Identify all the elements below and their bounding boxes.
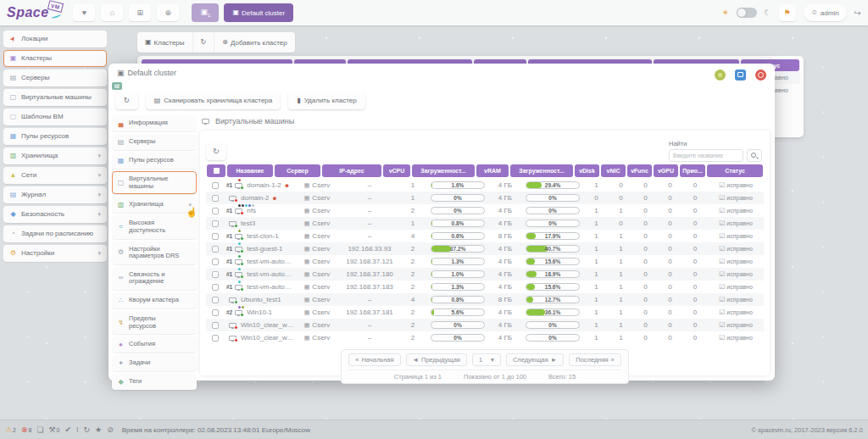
- vm-table-row[interactable]: #1 test-vm-autom... ● ▦Cserv 192.168.37.…: [206, 281, 764, 293]
- sitemap-icon[interactable]: ⊞: [129, 4, 151, 21]
- vm-column-header[interactable]: Загруженност...: [412, 164, 475, 177]
- search-button[interactable]: [747, 149, 762, 162]
- row-checkbox[interactable]: [212, 297, 219, 303]
- vm-table-row[interactable]: Win10_clear_win_w... ● ▦Cserv – 2 0% 4 Г…: [206, 331, 764, 344]
- globe-icon[interactable]: ⊕: [157, 4, 179, 21]
- vm-table-row[interactable]: #1 test-vm-autom... ● ▦Cserv 192.168.37.…: [206, 268, 764, 281]
- modal-nav-задачи[interactable]: ✦ Задачи ▾: [112, 355, 197, 371]
- page-next-button[interactable]: Следующая►: [506, 353, 564, 366]
- modal-nav-пулы-ресурсов[interactable]: ▦ Пулы ресурсов ▾: [112, 153, 197, 169]
- row-checkbox[interactable]: [212, 335, 219, 342]
- modal-nav-теги[interactable]: ◆ Теги ▾: [112, 374, 197, 390]
- vm-name[interactable]: test-vm-autom...: [247, 258, 294, 265]
- modal-nav-хранилища[interactable]: ▥ Хранилища ▾ ☝: [112, 197, 197, 213]
- error-icon[interactable]: ⊗8: [21, 426, 31, 434]
- vm-name[interactable]: Ubuntu_test1: [241, 296, 281, 303]
- vm-column-header[interactable]: vDisk: [575, 164, 599, 177]
- vm-name[interactable]: nfs: [247, 207, 256, 214]
- vm-column-header[interactable]: vGPU: [654, 164, 678, 177]
- vm-table-row[interactable]: #2 Win10-1 ● ▦Cserv 192.168.37.181 2 5.6…: [206, 306, 764, 319]
- row-checkbox[interactable]: [212, 208, 219, 214]
- star-icon[interactable]: ★: [95, 426, 102, 434]
- vm-name[interactable]: Win10_clear_win_w...: [241, 321, 294, 329]
- vm-name[interactable]: test-vm-autom...: [247, 270, 294, 278]
- modal-nav-пределы-ресурсов[interactable]: ↯ Пределы ресурсов ▾: [112, 311, 197, 334]
- vm-table-row[interactable]: Ubuntu_test1 ● ▦Cserv – 4 0.8% 8 ГБ 12.7…: [206, 293, 764, 306]
- user-menu-button[interactable]: ☺ admin: [804, 4, 847, 21]
- vm-name[interactable]: domain-2: [241, 194, 269, 202]
- modal-nav-события[interactable]: ● События ▾: [112, 336, 197, 353]
- vm-column-header[interactable]: Статус: [707, 164, 763, 177]
- row-checkbox[interactable]: [212, 309, 219, 316]
- vm-column-header[interactable]: vRAM: [476, 164, 509, 177]
- snapshot-button[interactable]: ▣1: [192, 3, 219, 22]
- modal-nav-информация[interactable]: ▄ Информация ▾: [112, 115, 197, 131]
- vm-column-header[interactable]: IP-адрес: [322, 164, 381, 177]
- sidebar-item-пулы-ресурсов[interactable]: ▦ Пулы ресурсов ▾: [3, 128, 107, 145]
- sidebar-item-настройки[interactable]: ⚙ Настройки ▾: [3, 245, 107, 262]
- vm-name[interactable]: domain-1-2: [247, 181, 281, 189]
- add-cluster-button[interactable]: ⊕ Добавить кластер: [214, 32, 294, 53]
- vm-table-row[interactable]: #1 nfs ● ▦Cserv – 2 0% 4 ГБ 0% 1 1 0 0 0…: [206, 204, 764, 217]
- select-all-checkbox[interactable]: [214, 168, 220, 174]
- sidebar-item-кластеры[interactable]: ▣ Кластеры ▾: [3, 50, 107, 67]
- row-checkbox[interactable]: [212, 220, 219, 227]
- theme-toggle[interactable]: [737, 8, 757, 18]
- power-off-button[interactable]: [755, 69, 766, 81]
- modal-nav-связность-и-ограждение[interactable]: ∞ Связность и ограждение ▾: [112, 267, 197, 290]
- exclaim-icon[interactable]: !: [76, 426, 79, 434]
- vm-table-row[interactable]: Win10_clear_win_w... ● ▦Cserv – 2 0% 4 Г…: [206, 319, 764, 331]
- run-cluster-button[interactable]: [715, 69, 726, 81]
- vm-column-header[interactable]: Загруженност...: [510, 164, 573, 177]
- row-checkbox[interactable]: [212, 322, 219, 329]
- sync-icon[interactable]: ↻: [84, 426, 91, 434]
- vm-column-header[interactable]: Название: [227, 164, 273, 177]
- modal-nav-серверы[interactable]: ▤ Серверы ▾: [112, 134, 197, 150]
- vm-column-header[interactable]: vNIC: [601, 164, 626, 177]
- sidebar-item-журнал[interactable]: ▤ Журнал ▾: [3, 186, 107, 203]
- modal-nav-кворум-кластера[interactable]: ∴ Кворум кластера ▾: [112, 292, 197, 308]
- refresh-button[interactable]: ↻: [115, 92, 138, 109]
- check-icon[interactable]: ✔: [65, 426, 72, 434]
- logout-button[interactable]: ↪: [854, 8, 861, 18]
- vm-table-row[interactable]: #1 test-vm-autom... ● ▦Cserv 192.168.37.…: [206, 255, 764, 268]
- vm-name[interactable]: Win10_clear_win_w...: [241, 334, 294, 342]
- vm-table-row[interactable]: domain-2 ● ▦Cserv – 1 0% 4 ГБ 0% 0 0 0 0…: [206, 192, 764, 204]
- delete-cluster-button[interactable]: ▮ Удалить кластер: [288, 92, 364, 109]
- heart-icon[interactable]: ♥: [73, 4, 95, 21]
- default-cluster-button[interactable]: ▣ Default cluster: [224, 3, 293, 22]
- ban-icon[interactable]: ⊘: [107, 426, 114, 434]
- vm-table-row[interactable]: #1 test-clon-1 ● ▦Cserv – 4 0.6% 8 ГБ 17…: [206, 230, 764, 242]
- copy-icon[interactable]: ❏: [36, 426, 43, 434]
- sidebar-item-локации[interactable]: ➤ Локации ▾: [3, 31, 107, 47]
- page-prev-button[interactable]: ◄Предыдущая: [406, 353, 467, 366]
- vm-name[interactable]: test-guest-1: [247, 245, 282, 253]
- vm-table-row[interactable]: test3 ● ▦Cserv – 1 0.8% 4 ГБ 0% 1 0 0 0 …: [206, 217, 764, 230]
- folder-icon[interactable]: ⌂: [101, 4, 123, 21]
- sidebar-item-сети[interactable]: ▲ Сети ▾: [3, 167, 107, 184]
- sidebar-item-задачи-по-расписанию[interactable]: ◔ Задачи по расписанию ▾: [3, 225, 107, 242]
- vm-column-header[interactable]: vFunc: [627, 164, 652, 177]
- console-button[interactable]: [735, 69, 746, 81]
- vm-column-header[interactable]: vCPU: [383, 164, 410, 177]
- search-input[interactable]: [669, 149, 743, 162]
- row-checkbox[interactable]: [212, 246, 219, 253]
- notifications-button[interactable]: ⚑: [779, 4, 796, 21]
- sidebar-item-серверы[interactable]: ▤ Серверы ▾: [3, 69, 107, 86]
- modal-nav-высокая-доступность[interactable]: ≈ Высокая доступность ▾: [112, 215, 197, 238]
- row-checkbox[interactable]: [212, 182, 219, 189]
- sidebar-item-безопасность[interactable]: ◆ Безопасность ▾: [3, 206, 107, 223]
- select-all-header[interactable]: [207, 164, 225, 177]
- page-last-button[interactable]: Последняя»: [569, 353, 621, 366]
- vm-table-row[interactable]: #1 domain-1-2 ● ▦Cserv – 1 1.6% 4 ГБ 29.…: [206, 179, 764, 192]
- row-checkbox[interactable]: [212, 271, 219, 278]
- scan-storages-button[interactable]: ▤ Сканировать хранилища кластера: [146, 92, 281, 109]
- vm-name[interactable]: Win10-1: [247, 308, 272, 316]
- vm-column-header[interactable]: Сервер: [275, 164, 320, 177]
- modal-nav-настройки-параметров-drs[interactable]: ⚙ Настройки параметров DRS ▾: [112, 242, 197, 264]
- warning-icon[interactable]: ⚠2: [5, 426, 16, 434]
- page-first-button[interactable]: «Начальная: [348, 353, 400, 366]
- vm-name[interactable]: test3: [241, 220, 255, 227]
- page-select[interactable]: 1▾: [472, 353, 501, 366]
- sidebar-item-виртуальные-машины[interactable]: ▢ Виртуальные машины ▾: [3, 89, 107, 106]
